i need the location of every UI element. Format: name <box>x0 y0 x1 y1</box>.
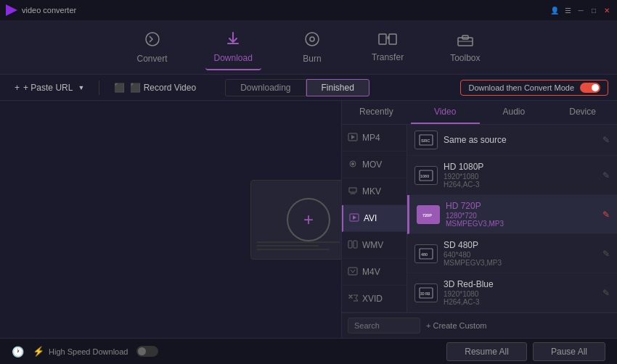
same-source-edit-icon[interactable]: ✎ <box>602 135 610 145</box>
mp4-icon <box>348 132 358 144</box>
convert-label: Convert <box>136 54 167 64</box>
nav-item-download[interactable]: Download <box>205 25 261 70</box>
toolbox-icon <box>457 32 474 50</box>
app-title: video converter <box>22 6 76 15</box>
svg-text:3D RB: 3D RB <box>420 292 430 296</box>
format-item-same-as-source[interactable]: SRC Same as source ✎ <box>407 125 617 156</box>
resume-all-button[interactable]: Resume All <box>446 342 527 361</box>
category-mkv[interactable]: MKV <box>342 178 406 205</box>
speed-icon: ⚡ <box>33 346 44 357</box>
category-wmv[interactable]: WMV <box>342 232 406 259</box>
tab-group: Downloading Finished <box>225 79 369 96</box>
hd-1080p-icon: 1080 <box>414 166 438 185</box>
category-avi[interactable]: AVI <box>342 205 406 232</box>
mov-label: MOV <box>362 160 382 170</box>
svg-point-1 <box>306 33 319 46</box>
high-speed-toggle[interactable] <box>136 346 158 357</box>
app-logo <box>6 4 17 16</box>
svg-point-10 <box>351 162 354 165</box>
svg-marker-12 <box>353 215 356 220</box>
pause-all-button[interactable]: Pause All <box>533 342 605 361</box>
hd-1080p-name: HD 1080P <box>444 162 597 172</box>
toolbox-label: Toolbox <box>450 53 480 63</box>
bottom-right-buttons: Resume All Pause All <box>446 342 605 361</box>
svg-text:SRC: SRC <box>421 138 430 143</box>
sd-480p-edit-icon[interactable]: ✎ <box>602 249 610 259</box>
sd-480p-icon: 480 <box>414 244 438 263</box>
same-source-name: Same as source <box>444 135 597 145</box>
avi-label: AVI <box>364 213 377 223</box>
mp4-label: MP4 <box>362 133 380 143</box>
download-convert-mode-label: Download then Convert Mode <box>468 83 574 92</box>
sd-480p-name: SD 480P <box>444 240 597 250</box>
nav-item-burn[interactable]: Burn <box>290 25 334 70</box>
tab-downloading[interactable]: Downloading <box>225 79 306 96</box>
nav-item-transfer[interactable]: Transfer <box>363 27 412 68</box>
hd-720p-name: HD 720P <box>446 201 597 211</box>
minimize-button[interactable]: ─ <box>576 6 585 15</box>
format-tab-recently[interactable]: Recently <box>342 101 411 124</box>
format-item-sd-480p[interactable]: 480 SD 480P 640*480MSMPEGV3,MP3 ✎ <box>407 234 617 273</box>
tab-finished[interactable]: Finished <box>306 79 369 96</box>
maximize-button[interactable]: □ <box>589 6 598 15</box>
main-content: + Recently Video <box>0 101 617 338</box>
xvid-icon <box>348 293 358 305</box>
hd-1080p-edit-icon[interactable]: ✎ <box>602 170 610 181</box>
format-item-hd-720p[interactable]: 720P HD 720P 1280*720MSMPEGV3,MP3 ✎ <box>407 195 617 234</box>
format-item-hd-1080p[interactable]: 1080 HD 1080P 1920*1080H264,AC-3 ✎ <box>407 156 617 195</box>
3d-red-blue-name: 3D Red-Blue <box>444 279 597 289</box>
format-search-input[interactable] <box>348 318 420 334</box>
close-button[interactable]: ✕ <box>602 6 611 15</box>
download-convert-toggle[interactable] <box>580 83 600 93</box>
title-bar-controls: 👤 ☰ ─ □ ✕ <box>550 6 611 15</box>
burn-icon <box>304 31 320 51</box>
format-item-3d-red-blue[interactable]: 3D RB 3D Red-Blue 1920*1080H264,AC-3 ✎ <box>407 273 617 313</box>
category-m4v[interactable]: M4V <box>342 259 406 286</box>
download-icon <box>225 30 241 50</box>
same-source-info: Same as source <box>444 135 597 145</box>
toolbar-divider <box>99 80 99 95</box>
format-tab-device[interactable]: Device <box>548 101 617 124</box>
high-speed-text: High Speed Download <box>49 347 128 356</box>
hd-720p-edit-icon[interactable]: ✎ <box>602 210 610 220</box>
record-video-button[interactable]: ⬛ ⬛ Record Video <box>108 80 202 96</box>
hd-720p-icon: 720P <box>417 205 440 224</box>
3d-red-blue-edit-icon[interactable]: ✎ <box>602 288 610 298</box>
category-mp4[interactable]: MP4 <box>342 125 406 152</box>
nav-item-toolbox[interactable]: Toolbox <box>441 26 489 69</box>
svg-text:1080: 1080 <box>420 174 429 178</box>
add-circle[interactable]: + <box>287 198 330 241</box>
svg-rect-15 <box>348 268 357 275</box>
sd-480p-spec: 640*480MSMPEGV3,MP3 <box>444 251 597 267</box>
plus-icon: + <box>15 83 20 93</box>
download-label: Download <box>214 53 253 63</box>
category-xvid[interactable]: XVID <box>342 286 406 313</box>
bottom-bar: 🕐 ⚡ High Speed Download Resume All Pause… <box>0 338 617 364</box>
transfer-icon <box>378 33 397 49</box>
xvid-label: XVID <box>362 294 383 304</box>
3d-red-blue-icon: 3D RB <box>414 284 438 302</box>
3d-red-blue-info: 3D Red-Blue 1920*1080H264,AC-3 <box>444 279 597 306</box>
mkv-icon <box>348 186 358 197</box>
menu-icon[interactable]: ☰ <box>563 6 572 15</box>
wmv-label: WMV <box>362 240 383 250</box>
format-tab-video[interactable]: Video <box>411 101 480 124</box>
nav-item-convert[interactable]: Convert <box>128 25 176 70</box>
mkv-label: MKV <box>362 186 381 197</box>
paste-url-label: + Paste URL <box>23 83 73 93</box>
create-custom-button[interactable]: + Create Custom <box>426 321 486 330</box>
hd-1080p-info: HD 1080P 1920*1080H264,AC-3 <box>444 162 597 189</box>
category-mov[interactable]: MOV <box>342 152 406 178</box>
clock-icon: 🕐 <box>12 346 24 357</box>
high-speed-label: ⚡ High Speed Download <box>33 346 128 357</box>
format-tab-audio[interactable]: Audio <box>480 101 549 124</box>
m4v-label: M4V <box>362 267 380 277</box>
title-bar: video converter 👤 ☰ ─ □ ✕ <box>0 0 617 20</box>
svg-point-2 <box>310 37 314 41</box>
transfer-label: Transfer <box>372 52 404 62</box>
avi-icon <box>349 212 359 224</box>
user-icon[interactable]: 👤 <box>550 6 559 15</box>
add-plus-icon: + <box>303 211 314 228</box>
paste-url-button[interactable]: + + Paste URL ▼ <box>9 80 90 96</box>
svg-marker-8 <box>351 135 355 139</box>
